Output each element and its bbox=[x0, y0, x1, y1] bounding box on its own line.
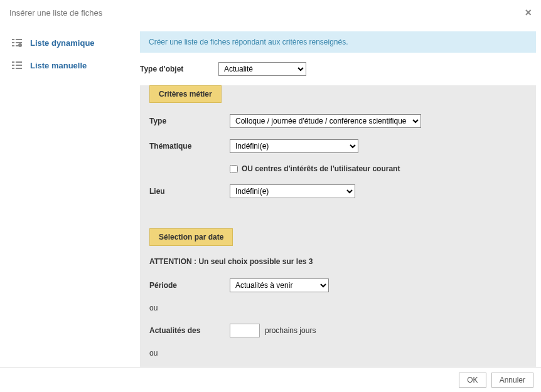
sidebar-item-label: Liste dynamique bbox=[30, 38, 95, 48]
attention-text: ATTENTION : Un seul choix possible sur l… bbox=[149, 257, 527, 266]
row-type: Type Colloque / journée d'étude / confér… bbox=[149, 114, 527, 128]
select-place[interactable]: Indéfini(e) bbox=[230, 184, 355, 198]
main-panel: Créer une liste de fiches répondant aux … bbox=[140, 31, 536, 367]
checkbox-interests-label: OU centres d'intérêts de l'utilisateur c… bbox=[242, 164, 400, 173]
ok-button[interactable]: OK bbox=[459, 373, 486, 388]
label-place: Lieu bbox=[149, 187, 230, 196]
row-interests-checkbox: OU centres d'intérêts de l'utilisateur c… bbox=[230, 164, 527, 173]
row-place: Lieu Indéfini(e) bbox=[149, 184, 527, 198]
row-next-days: Actualités des prochains jours bbox=[149, 324, 527, 337]
input-next-days[interactable] bbox=[230, 324, 260, 337]
dialog-title: Insérer une liste de fiches bbox=[9, 8, 102, 18]
svg-rect-12 bbox=[16, 68, 22, 69]
dialog-footer: OK Annuler bbox=[0, 367, 541, 392]
sidebar-item-label: Liste manuelle bbox=[30, 61, 87, 70]
label-theme: Thématique bbox=[149, 142, 230, 151]
select-period[interactable]: Actualités à venir bbox=[230, 278, 329, 292]
svg-rect-9 bbox=[12, 65, 14, 66]
sidebar-item-dynamic-list[interactable]: Liste dynamique bbox=[5, 31, 140, 54]
svg-rect-7 bbox=[12, 61, 14, 63]
svg-point-6 bbox=[18, 43, 22, 47]
checkbox-interests[interactable] bbox=[230, 165, 238, 173]
object-type-select[interactable]: Actualité bbox=[218, 62, 306, 76]
section-criteria-header: Critères métier bbox=[149, 85, 222, 103]
select-type[interactable]: Colloque / journée d'étude / conférence … bbox=[230, 114, 421, 128]
section-date-header: Sélection par date bbox=[149, 228, 233, 246]
svg-rect-2 bbox=[12, 42, 14, 43]
object-type-label: Type d'objet bbox=[140, 65, 218, 73]
close-icon[interactable]: × bbox=[525, 6, 532, 19]
svg-rect-11 bbox=[12, 68, 14, 69]
dialog-body: Liste dynamique Liste manuelle Créer une… bbox=[0, 25, 541, 367]
section-date: Sélection par date ATTENTION : Un seul c… bbox=[140, 228, 536, 367]
or-text-1: ou bbox=[149, 304, 527, 312]
label-next-days: Actualités des bbox=[149, 326, 230, 335]
list-dynamic-icon bbox=[11, 37, 23, 48]
row-period: Période Actualités à venir bbox=[149, 278, 527, 292]
dialog-header: Insérer une liste de fiches × bbox=[0, 0, 541, 25]
row-theme: Thématique Indéfini(e) bbox=[149, 139, 527, 153]
svg-rect-1 bbox=[16, 39, 22, 40]
sidebar: Liste dynamique Liste manuelle bbox=[5, 31, 140, 367]
label-type: Type bbox=[149, 117, 230, 125]
or-text-2: ou bbox=[149, 349, 527, 358]
object-type-row: Type d'objet Actualité bbox=[140, 53, 536, 85]
svg-rect-10 bbox=[16, 65, 22, 66]
scroll-area[interactable]: Critères métier Type Colloque / journée … bbox=[140, 85, 536, 367]
svg-rect-0 bbox=[12, 39, 14, 40]
suffix-next-days: prochains jours bbox=[265, 326, 316, 335]
svg-rect-3 bbox=[16, 42, 22, 43]
sidebar-item-manual-list[interactable]: Liste manuelle bbox=[5, 54, 140, 77]
list-manual-icon bbox=[11, 60, 23, 71]
svg-rect-4 bbox=[12, 45, 14, 46]
svg-rect-8 bbox=[16, 61, 22, 63]
info-banner: Créer une liste de fiches répondant aux … bbox=[140, 31, 536, 53]
cancel-button[interactable]: Annuler bbox=[491, 373, 533, 388]
section-criteria: Critères métier Type Colloque / journée … bbox=[140, 85, 536, 228]
label-period: Période bbox=[149, 281, 230, 290]
select-theme[interactable]: Indéfini(e) bbox=[230, 139, 358, 153]
